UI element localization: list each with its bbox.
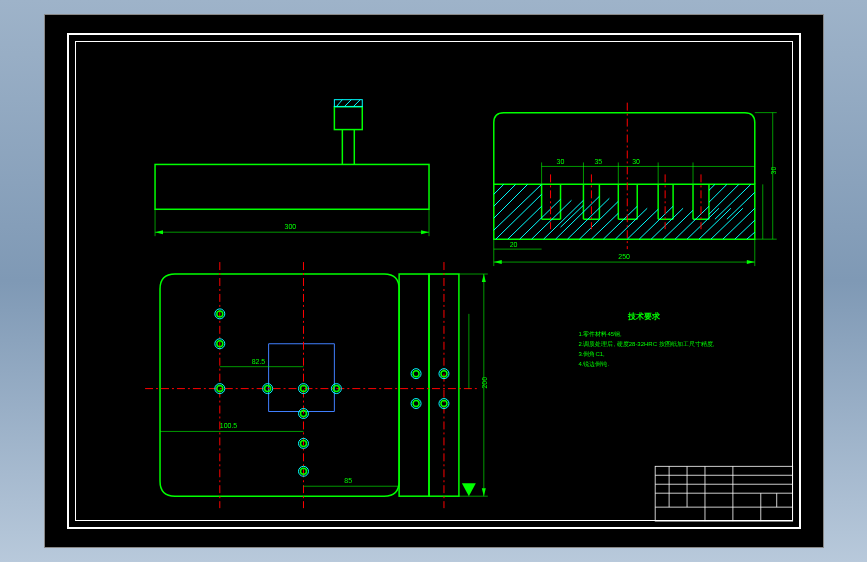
svg-marker-82 [494,260,502,264]
svg-marker-83 [747,260,755,264]
svg-text:250: 250 [618,253,630,260]
svg-text:30: 30 [557,158,565,165]
svg-rect-87 [399,274,429,496]
svg-line-32 [496,194,542,239]
svg-marker-123 [482,488,486,496]
svg-line-5 [353,100,360,107]
svg-marker-122 [482,274,486,282]
top-right-view: 30 35 30 30 250 20 [494,103,777,266]
svg-text:30: 30 [632,158,640,165]
svg-line-37 [561,205,584,227]
title-block [655,466,792,521]
note-line-2: 2.调质处理后, 硬度28-32HRC 按图纸加工尺寸精度, [578,340,714,347]
note-line-3: 3.倒角C1, [578,351,605,357]
svg-text:82.5: 82.5 [252,358,266,365]
svg-point-114 [413,401,419,407]
svg-line-59 [727,192,755,219]
svg-line-31 [494,184,542,230]
svg-line-39 [567,198,609,239]
note-line-1: 1.零件材料45钢, [578,331,622,337]
svg-rect-1 [334,107,362,130]
notes-title: 技术要求 [627,312,661,321]
svg-marker-11 [155,230,163,234]
svg-line-54 [747,232,755,239]
svg-line-28 [494,184,504,194]
svg-line-4 [344,100,351,107]
svg-line-43 [615,208,647,239]
svg-text:200: 200 [481,377,488,389]
bottom-view: 200 82.5 100.5 85 [145,262,488,508]
svg-text:20: 20 [510,241,518,248]
svg-marker-132 [462,483,476,496]
technical-notes: 技术要求 1.零件材料45钢, 2.调质处理后, 硬度28-32HRC 按图纸加… [578,312,714,367]
hatch-pattern [494,184,755,239]
svg-line-46 [651,208,683,239]
svg-line-41 [591,213,618,239]
drawing-frame: 300 30 35 30 30 250 20 200 82.5 100.5 85… [44,14,824,548]
svg-text:85: 85 [344,477,352,484]
svg-text:100.5: 100.5 [220,422,238,429]
svg-line-3 [336,100,342,107]
top-left-view: 300 [155,100,429,236]
svg-text:35: 35 [594,158,602,165]
dim-text: 300 [285,223,297,230]
svg-line-53 [735,220,755,239]
svg-line-44 [627,209,658,239]
svg-line-35 [532,200,572,239]
svg-line-55 [709,184,715,190]
svg-point-112 [413,371,419,377]
svg-marker-12 [421,230,429,234]
svg-line-49 [687,208,719,239]
svg-line-47 [663,210,693,239]
svg-line-38 [556,196,600,239]
svg-line-57 [709,184,739,214]
note-line-4: 4.锐边倒钝. [578,361,609,367]
svg-line-29 [494,184,516,206]
svg-rect-133 [655,466,792,521]
cad-drawing: 300 30 35 30 30 250 20 200 82.5 100.5 85… [45,15,823,547]
svg-line-50 [699,208,731,239]
svg-line-51 [711,208,743,239]
svg-text:30: 30 [770,167,777,175]
svg-line-52 [723,208,755,239]
svg-rect-0 [155,164,429,209]
